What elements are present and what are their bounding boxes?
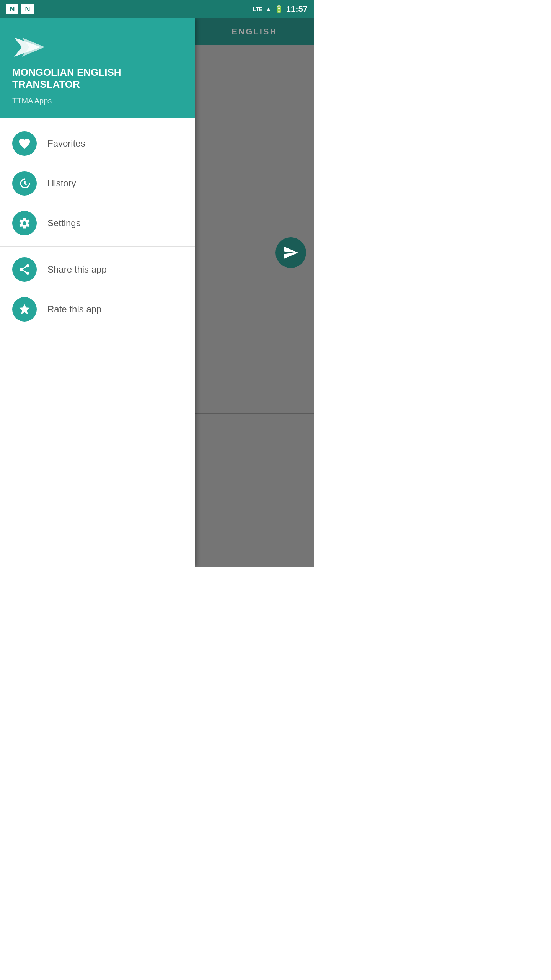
sidebar-item-share[interactable]: Share this app <box>0 250 195 289</box>
right-panel-content <box>195 45 314 413</box>
app-title: MONGOLIAN ENGLISH TRANSLATOR <box>12 67 183 90</box>
main-layout: MONGOLIAN ENGLISH TRANSLATOR TTMA Apps F… <box>0 18 314 567</box>
star-icon <box>18 303 31 316</box>
drawer-divider <box>0 246 195 247</box>
rate-icon-circle <box>12 297 37 322</box>
right-panel-header: ENGLISH <box>195 18 314 45</box>
app-subtitle: TTMA Apps <box>12 96 183 105</box>
nougat-icon-1: N <box>6 4 18 14</box>
sidebar-item-rate[interactable]: Rate this app <box>0 289 195 329</box>
favorites-label: Favorites <box>47 138 85 149</box>
right-panel: ENGLISH <box>195 18 314 567</box>
share-icon-circle <box>12 257 37 282</box>
sidebar-item-history[interactable]: History <box>0 163 195 203</box>
history-icon-circle <box>12 171 37 196</box>
app-logo <box>12 34 47 60</box>
navigation-drawer: MONGOLIAN ENGLISH TRANSLATOR TTMA Apps F… <box>0 18 195 567</box>
clock: 11:57 <box>286 4 308 14</box>
signal-icon: ▲ <box>266 6 272 13</box>
translate-button[interactable] <box>276 237 306 268</box>
settings-label: Settings <box>47 218 81 229</box>
lte-indicator: LTE <box>253 6 262 12</box>
send-icon <box>283 245 299 261</box>
history-label: History <box>47 178 76 189</box>
favorites-icon-circle <box>12 131 37 156</box>
status-bar: N N LTE ▲ 🔋 11:57 <box>0 0 314 18</box>
rate-label: Rate this app <box>47 304 101 315</box>
heart-icon <box>18 137 31 150</box>
clock-icon <box>18 177 31 190</box>
language-header: ENGLISH <box>232 27 277 37</box>
drawer-header: MONGOLIAN ENGLISH TRANSLATOR TTMA Apps <box>0 18 195 118</box>
sidebar-item-settings[interactable]: Settings <box>0 203 195 243</box>
settings-icon-circle <box>12 211 37 235</box>
gear-icon <box>18 217 31 230</box>
status-bar-right: LTE ▲ 🔋 11:57 <box>253 4 308 14</box>
nougat-icon-2: N <box>21 4 34 14</box>
right-panel-bottom <box>195 413 314 567</box>
status-bar-left: N N <box>6 4 34 14</box>
drawer-items: Favorites History Settings <box>0 118 195 567</box>
share-icon <box>18 263 31 276</box>
battery-icon: 🔋 <box>275 5 283 13</box>
sidebar-item-favorites[interactable]: Favorites <box>0 124 195 163</box>
share-label: Share this app <box>47 264 107 275</box>
